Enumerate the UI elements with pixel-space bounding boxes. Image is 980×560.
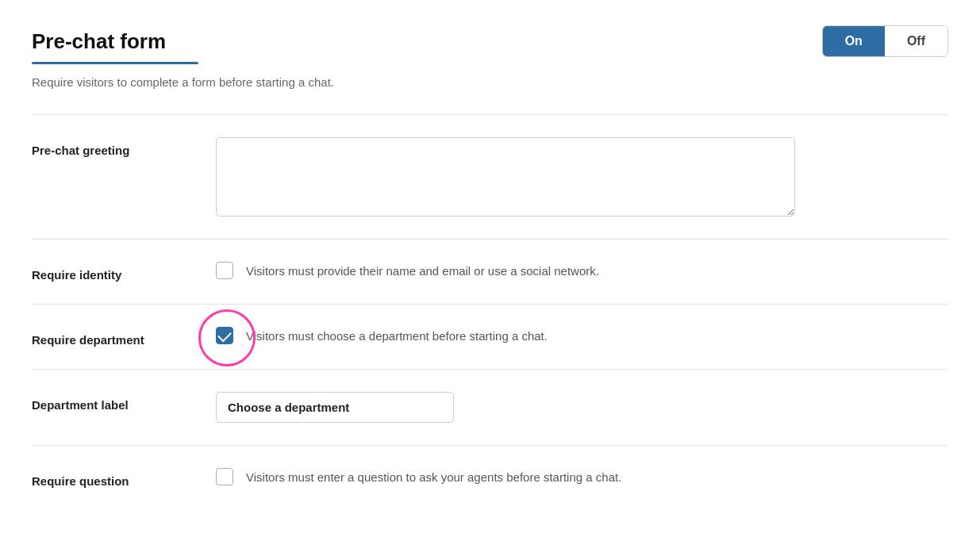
header-row: Pre-chat form On Off bbox=[32, 25, 948, 57]
greeting-label: Pre-chat greeting bbox=[32, 137, 190, 157]
require-identity-checkbox-row: Visitors must provide their name and ema… bbox=[216, 262, 599, 281]
require-department-row: Require department Visitors must choose … bbox=[32, 327, 948, 347]
require-department-checkbox[interactable] bbox=[216, 327, 233, 344]
divider-4 bbox=[32, 445, 948, 446]
divider-1 bbox=[32, 239, 948, 240]
page-title: Pre-chat form bbox=[32, 29, 166, 54]
require-identity-checkbox-wrapper bbox=[216, 262, 233, 279]
require-question-checkbox-row: Visitors must enter a question to ask yo… bbox=[216, 468, 621, 487]
require-department-label: Require department bbox=[32, 327, 190, 347]
require-identity-description: Visitors must provide their name and ema… bbox=[246, 262, 599, 281]
department-label-label: Department label bbox=[32, 392, 190, 412]
divider-top bbox=[32, 114, 948, 115]
title-underline bbox=[32, 62, 198, 64]
divider-2 bbox=[32, 304, 948, 305]
page-description: Require visitors to complete a form befo… bbox=[32, 75, 948, 89]
toggle-group: On Off bbox=[822, 25, 948, 57]
department-label-row: Department label bbox=[32, 392, 948, 423]
require-department-description: Visitors must choose a department before… bbox=[246, 327, 548, 346]
greeting-row: Pre-chat greeting bbox=[32, 137, 948, 217]
divider-3 bbox=[32, 369, 948, 370]
require-identity-row: Require identity Visitors must provide t… bbox=[32, 262, 948, 282]
department-label-input[interactable] bbox=[216, 392, 454, 423]
require-department-checkbox-row: Visitors must choose a department before… bbox=[216, 327, 548, 346]
greeting-textarea[interactable] bbox=[216, 137, 795, 217]
require-question-label: Require question bbox=[32, 468, 190, 488]
require-department-checkbox-wrapper bbox=[216, 327, 233, 344]
toggle-off-button[interactable]: Off bbox=[885, 26, 947, 56]
require-question-checkbox-wrapper bbox=[216, 468, 233, 485]
require-identity-checkbox[interactable] bbox=[216, 262, 233, 279]
require-question-checkbox[interactable] bbox=[216, 468, 233, 485]
require-question-description: Visitors must enter a question to ask yo… bbox=[246, 468, 621, 487]
require-identity-label: Require identity bbox=[32, 262, 190, 282]
require-question-row: Require question Visitors must enter a q… bbox=[32, 468, 948, 488]
toggle-on-button[interactable]: On bbox=[823, 26, 885, 56]
